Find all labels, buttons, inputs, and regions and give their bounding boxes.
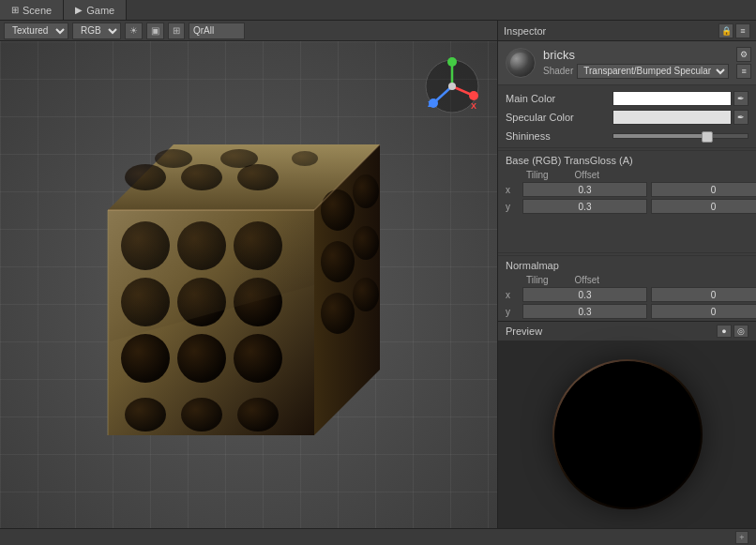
view-mode-select[interactable]: Textured bbox=[4, 23, 68, 39]
separator-1 bbox=[498, 147, 756, 148]
normal-offset-y-input[interactable] bbox=[651, 304, 756, 319]
scene-viewport: Textured RGB ☀ ▣ ⊞ bbox=[0, 21, 497, 528]
game-tab-icon: ▶ bbox=[75, 5, 83, 15]
preview-canvas bbox=[498, 341, 756, 528]
tab-bar: ⊞ Scene ▶ Game bbox=[0, 0, 756, 21]
svg-point-13 bbox=[181, 398, 222, 431]
specular-color-eyedropper[interactable]: ✒ bbox=[733, 110, 748, 125]
preview-title: Preview bbox=[506, 325, 713, 337]
scene-canvas: Z X Y bbox=[0, 41, 497, 528]
base-tiling-header: Tiling Offset bbox=[506, 170, 756, 180]
cube-svg bbox=[52, 98, 446, 492]
preview-section: Preview ● ◎ bbox=[498, 321, 756, 528]
material-settings-btn[interactable]: ⚙ bbox=[736, 47, 751, 62]
grid-btn[interactable]: ⊞ bbox=[168, 23, 185, 39]
tab-game[interactable]: ▶ Game bbox=[64, 0, 127, 20]
search-input[interactable] bbox=[189, 23, 245, 39]
scene-tab-icon: ⊞ bbox=[11, 5, 19, 15]
svg-text:X: X bbox=[471, 101, 476, 111]
svg-point-36 bbox=[469, 91, 478, 100]
material-icon bbox=[506, 48, 536, 78]
inspector-title: Inspector bbox=[504, 25, 713, 37]
separator-2 bbox=[498, 252, 756, 253]
material-info: bricks Shader Transparent/Bumped Specula… bbox=[498, 41, 756, 85]
main-color-swatch[interactable] bbox=[612, 91, 732, 106]
image-btn[interactable]: ▣ bbox=[146, 23, 164, 39]
svg-point-11 bbox=[234, 334, 282, 383]
base-texture-title: Base (RGB) TransGloss (A) bbox=[506, 155, 748, 166]
normal-y-label: y bbox=[506, 307, 519, 317]
status-bar: + bbox=[0, 528, 756, 545]
specular-color-value: ✒ bbox=[612, 110, 748, 125]
normalmap-grid: Tiling Offset x y bbox=[506, 275, 748, 321]
shininess-slider[interactable] bbox=[612, 133, 748, 139]
svg-point-17 bbox=[321, 241, 355, 282]
channel-select[interactable]: RGB bbox=[72, 23, 121, 39]
svg-point-12 bbox=[125, 398, 166, 431]
svg-point-26 bbox=[292, 151, 318, 166]
base-texture-grid: Tiling Offset x y bbox=[506, 170, 748, 247]
specular-color-label: Specular Color bbox=[506, 112, 609, 123]
svg-point-20 bbox=[353, 278, 379, 311]
normal-x-row: x bbox=[506, 287, 756, 302]
normalmap-fields: Tiling Offset x y bbox=[506, 275, 756, 321]
normal-tiling-col-header: Tiling bbox=[526, 275, 549, 285]
base-tiling-y-input[interactable] bbox=[522, 199, 647, 214]
normal-tiling-header: Tiling Offset bbox=[506, 275, 756, 285]
base-offset-y-input[interactable] bbox=[651, 199, 756, 214]
normal-offset-x-input[interactable] bbox=[651, 287, 756, 302]
inspector-panel: Inspector 🔒 ≡ bricks Shader Transparent/… bbox=[497, 21, 756, 528]
normalmap-section: Normalmap Tiling Offset x y bbox=[498, 255, 756, 321]
main-content: Textured RGB ☀ ▣ ⊞ bbox=[0, 21, 756, 528]
normal-tiling-x-input[interactable] bbox=[522, 287, 647, 302]
preview-btns: ● ◎ bbox=[717, 325, 748, 338]
sun-btn[interactable]: ☀ bbox=[125, 23, 143, 39]
material-header-btns: ⚙ ≡ bbox=[736, 47, 751, 79]
base-texture-fields: Tiling Offset x y bbox=[506, 170, 756, 247]
inspector-lock-btn[interactable]: 🔒 bbox=[718, 23, 733, 38]
material-name-block: bricks Shader Transparent/Bumped Specula… bbox=[543, 48, 729, 79]
specular-color-row: Specular Color ✒ bbox=[498, 108, 756, 127]
shader-select[interactable]: Transparent/Bumped Specular bbox=[577, 64, 729, 79]
preview-toggle-btn[interactable]: ● bbox=[717, 325, 732, 338]
status-plus-btn[interactable]: + bbox=[735, 531, 748, 544]
base-x-label: x bbox=[506, 185, 519, 195]
svg-point-22 bbox=[181, 164, 222, 190]
preview-holes-svg bbox=[552, 359, 703, 509]
preview-mode-btn[interactable]: ◎ bbox=[733, 325, 748, 338]
shininess-label: Shininess bbox=[506, 130, 609, 142]
shader-row: Shader Transparent/Bumped Specular bbox=[543, 64, 729, 79]
scene-tab-label: Scene bbox=[23, 5, 52, 16]
normal-offset-col-header: Offset bbox=[575, 275, 600, 285]
base-y-row: y bbox=[506, 199, 756, 214]
game-tab-label: Game bbox=[86, 5, 114, 16]
material-name: bricks bbox=[543, 48, 729, 62]
inspector-menu-btn[interactable]: ≡ bbox=[735, 23, 750, 38]
status-bar-btns: + bbox=[735, 531, 748, 544]
preview-sphere bbox=[552, 359, 703, 509]
svg-point-54 bbox=[554, 361, 701, 507]
main-color-value: ✒ bbox=[612, 91, 748, 106]
specular-color-swatch[interactable] bbox=[612, 110, 732, 125]
svg-text:Z: Z bbox=[428, 99, 433, 109]
main-color-eyedropper[interactable]: ✒ bbox=[733, 91, 748, 106]
base-offset-x-input[interactable] bbox=[651, 182, 756, 197]
scene-toolbar: Textured RGB ☀ ▣ ⊞ bbox=[0, 21, 497, 41]
tab-scene[interactable]: ⊞ Scene bbox=[0, 0, 64, 20]
svg-point-10 bbox=[177, 334, 226, 383]
base-tiling-x-input[interactable] bbox=[522, 182, 647, 197]
svg-point-18 bbox=[353, 226, 379, 260]
svg-point-15 bbox=[321, 189, 355, 231]
inspector-header: Inspector 🔒 ≡ bbox=[498, 21, 756, 41]
normal-tiling-y-input[interactable] bbox=[522, 304, 647, 319]
shader-label: Shader bbox=[543, 66, 573, 76]
svg-point-23 bbox=[237, 164, 279, 190]
svg-text:Y: Y bbox=[448, 58, 454, 68]
main-color-row: Main Color ✒ bbox=[498, 89, 756, 108]
normal-x-label: x bbox=[506, 290, 519, 300]
svg-point-9 bbox=[121, 334, 170, 383]
properties-section: Main Color ✒ Specular Color ✒ Shininess bbox=[498, 85, 756, 321]
material-menu-btn[interactable]: ≡ bbox=[736, 64, 751, 79]
gizmo[interactable]: Z X Y bbox=[422, 56, 482, 116]
tiling-col-header: Tiling bbox=[526, 170, 549, 180]
